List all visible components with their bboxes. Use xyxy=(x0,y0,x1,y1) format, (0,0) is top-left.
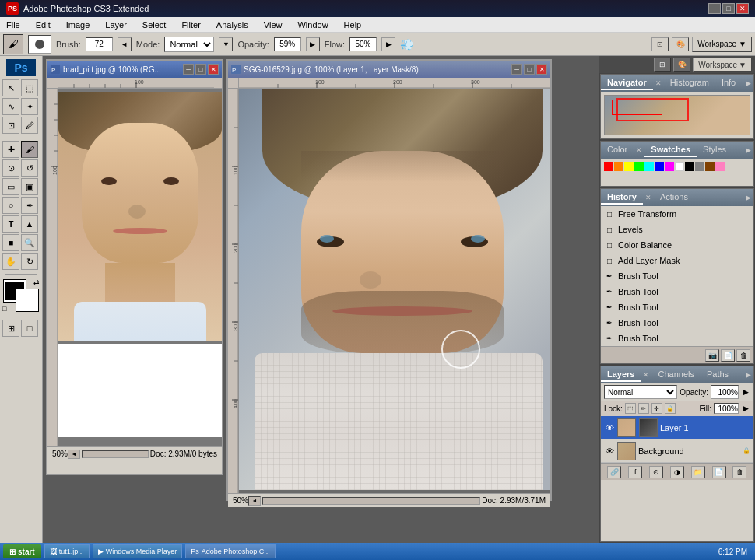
history-item-addmask[interactable]: □ Add Layer Mask xyxy=(601,253,753,268)
doc1-zoom-down[interactable]: ◄ xyxy=(68,450,80,459)
lasso-tool[interactable]: ∿ xyxy=(2,98,19,115)
workspace-button-right[interactable]: Workspace ▼ xyxy=(693,58,752,72)
menu-edit[interactable]: Edit xyxy=(33,19,54,31)
doc2-maximize[interactable]: □ xyxy=(524,64,535,75)
doc2-titlebar[interactable]: P SGG-016529.jpg @ 100% (Layer 1, Layer … xyxy=(228,61,550,78)
taskbar-item-tut[interactable]: 🖼 tut1.jp... xyxy=(44,544,90,558)
tab-layers[interactable]: Layers xyxy=(601,368,641,382)
start-button[interactable]: ⊞ start xyxy=(3,544,41,558)
zoom-tool[interactable]: 🔍 xyxy=(21,234,38,251)
swatch-white[interactable] xyxy=(675,162,684,171)
opacity-arrow[interactable]: ▶ xyxy=(741,387,750,397)
layer-mask-btn[interactable]: ⊙ xyxy=(649,466,663,478)
swatch-magenta[interactable] xyxy=(665,162,674,171)
doc1-close[interactable]: ✕ xyxy=(208,64,219,75)
opacity-input-layers[interactable] xyxy=(711,385,739,399)
airbrush-icon[interactable]: 💨 xyxy=(400,38,413,51)
swatch-red[interactable] xyxy=(604,162,613,171)
layer-item-1[interactable]: 👁 Layer 1 xyxy=(601,416,753,439)
layer-new-btn[interactable]: 📄 xyxy=(712,466,726,478)
doc1-titlebar[interactable]: P brad_pitt.jpg @ 100% (RG... ─ □ ✕ xyxy=(47,61,222,78)
layer-link-btn[interactable]: 🔗 xyxy=(607,466,621,478)
brush-size-down[interactable]: ◄ xyxy=(118,37,132,51)
tab-paths[interactable]: Paths xyxy=(701,368,735,382)
swatch-blue[interactable] xyxy=(655,162,664,171)
tab-swatches[interactable]: Swatches xyxy=(644,143,697,157)
doc2-close[interactable]: ✕ xyxy=(536,64,547,75)
layer-delete-btn[interactable]: 🗑 xyxy=(732,466,746,478)
close-button[interactable]: ✕ xyxy=(736,3,749,14)
history-new-snapshot[interactable]: 📷 xyxy=(705,349,719,362)
marquee-tool[interactable]: ⬚ xyxy=(21,79,38,96)
tab-actions[interactable]: Actions xyxy=(654,191,694,205)
menu-help[interactable]: Help xyxy=(341,19,365,31)
swatch-gray[interactable] xyxy=(695,162,704,171)
topbar-btn-1[interactable]: ⊞ xyxy=(654,58,671,72)
history-item-brush4[interactable]: ✒ Brush Tool xyxy=(601,315,753,331)
menu-window[interactable]: Window xyxy=(294,19,331,31)
fill-arrow[interactable]: ▶ xyxy=(741,404,750,413)
layer-style-btn[interactable]: f xyxy=(628,466,642,478)
color-options[interactable]: ▶ xyxy=(743,146,753,154)
minimize-button[interactable]: ─ xyxy=(708,3,721,14)
swatch-brown[interactable] xyxy=(705,162,715,171)
color-swap[interactable]: ⇄ xyxy=(33,278,40,286)
heal-tool[interactable]: ✚ xyxy=(2,141,19,158)
doc2-zoom-btn[interactable]: ◄ xyxy=(248,496,261,506)
layer-group-btn[interactable]: 📁 xyxy=(691,466,705,478)
color-default[interactable]: □ xyxy=(2,305,6,313)
flow-expand[interactable]: ▶ xyxy=(381,37,395,51)
history-delete[interactable]: 🗑 xyxy=(736,349,750,362)
color-close[interactable]: ✕ xyxy=(634,146,644,154)
rotate-view[interactable]: ↻ xyxy=(21,253,38,270)
swatch-green[interactable] xyxy=(634,162,644,171)
history-item-brush5[interactable]: ✒ Brush Tool xyxy=(601,331,753,346)
doc1-minimize[interactable]: ─ xyxy=(183,64,194,75)
workspace-button[interactable]: Workspace ▼ xyxy=(692,37,752,52)
window-controls[interactable]: ─ □ ✕ xyxy=(708,3,749,14)
layers-close[interactable]: ✕ xyxy=(641,371,651,379)
pen-tool[interactable]: ✒ xyxy=(21,197,38,214)
layer-item-background[interactable]: 👁 Background 🔒 xyxy=(601,439,753,463)
opacity-expand[interactable]: ▶ xyxy=(306,37,320,51)
swatch-orange[interactable] xyxy=(614,162,623,171)
path-select[interactable]: ▲ xyxy=(21,215,38,233)
tab-history[interactable]: History xyxy=(601,191,643,205)
swatch-pink[interactable] xyxy=(715,162,725,171)
crop-tool[interactable]: ⊡ xyxy=(2,117,19,134)
tab-info[interactable]: Info xyxy=(715,76,742,90)
doc1-hscroll[interactable] xyxy=(82,450,149,458)
eyedropper-tool[interactable]: 🖉 xyxy=(21,117,38,134)
layers-options[interactable]: ▶ xyxy=(743,371,753,379)
layer-adjustment-btn[interactable]: ◑ xyxy=(670,466,684,478)
tab-histogram[interactable]: Histogram xyxy=(664,76,715,90)
doc2-minimize[interactable]: ─ xyxy=(511,64,522,75)
mode-select[interactable]: Normal Multiply Screen xyxy=(164,37,214,52)
history-item-free-transform[interactable]: □ Free Transform xyxy=(601,206,753,222)
doc2-hscroll[interactable] xyxy=(262,497,480,505)
menu-layer[interactable]: Layer xyxy=(102,19,130,31)
quick-mask[interactable]: ⊞ xyxy=(2,320,19,337)
hand-tool[interactable]: ✋ xyxy=(2,253,19,270)
background-color[interactable] xyxy=(16,289,38,311)
menu-view[interactable]: View xyxy=(261,19,286,31)
magic-wand-tool[interactable]: ✦ xyxy=(21,98,38,115)
tab-channels[interactable]: Channels xyxy=(651,368,700,382)
text-tool[interactable]: T xyxy=(2,215,19,233)
maximize-button[interactable]: □ xyxy=(722,3,735,14)
lock-all[interactable]: 🔒 xyxy=(665,403,676,414)
doc2-canvas[interactable] xyxy=(239,89,550,493)
dodge-tool[interactable]: ○ xyxy=(2,197,19,214)
menu-image[interactable]: Image xyxy=(63,19,93,31)
flow-input[interactable] xyxy=(349,37,377,51)
move-tool[interactable]: ↖ xyxy=(2,79,19,96)
nav-close[interactable]: ✕ xyxy=(653,79,664,87)
clone-stamp[interactable]: ⊙ xyxy=(2,159,19,177)
topbar-btn-2[interactable]: 🎨 xyxy=(673,58,690,72)
brush-tool[interactable]: 🖌 xyxy=(21,141,38,158)
history-item-brush1[interactable]: ✒ Brush Tool xyxy=(601,268,753,284)
blend-mode-select[interactable]: Normal Multiply Screen xyxy=(604,385,677,399)
tab-navigator[interactable]: Navigator xyxy=(601,76,653,90)
history-new-doc[interactable]: 📄 xyxy=(721,349,735,362)
history-item-brush2[interactable]: ✒ Brush Tool xyxy=(601,284,753,299)
